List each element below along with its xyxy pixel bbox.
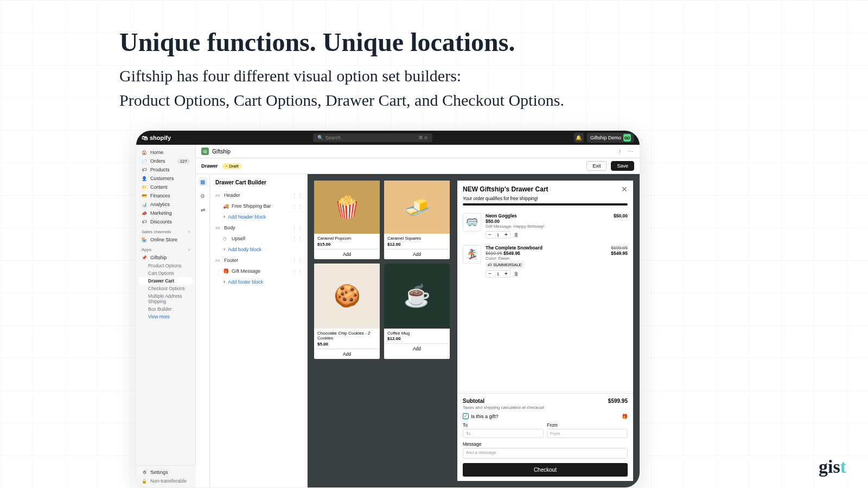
drag-handle-icon[interactable]: ⋮⋮	[292, 258, 303, 264]
section-label: Header	[224, 192, 240, 198]
message-input[interactable]: Add a message	[463, 448, 628, 459]
subtotal-value: $599.95	[608, 398, 628, 404]
more-button[interactable]: ⋯	[627, 147, 634, 155]
block-free-shipping-bar[interactable]: 🚚Free Shipping Bar⋮⋮	[210, 201, 307, 211]
store-name: Giftship Demo	[590, 135, 621, 140]
exit-button[interactable]: Exit	[586, 161, 607, 171]
non-transferable-badge: 🔒 Non-transferable	[136, 477, 196, 485]
product-card: 🧈 Caramel Squares$12.00 Add	[384, 181, 450, 259]
from-input[interactable]: From	[547, 429, 628, 438]
add-block-link[interactable]: +Add footer block	[210, 277, 307, 287]
add-block-link[interactable]: +Add body block	[210, 244, 307, 255]
shipping-progress-bar	[463, 203, 628, 206]
qty-decrease-button[interactable]: −	[486, 271, 494, 277]
notifications-button[interactable]: 🔔	[574, 133, 584, 143]
subnav-item-product-options[interactable]: Product Options	[136, 262, 195, 269]
search-shortcut: ⌘ K	[418, 135, 428, 140]
product-image: 🍿	[314, 181, 380, 234]
apps-header: Apps›	[136, 244, 195, 253]
nav-label: Orders	[150, 158, 165, 164]
subnav-item-multiple-address-shipping[interactable]: Multiple Address Shipping	[136, 292, 195, 305]
nav-label: Home	[150, 150, 163, 155]
shopify-logo[interactable]: 🛍 shopify	[142, 134, 171, 141]
nav-label: Finances	[150, 193, 170, 198]
sidebar-item-content[interactable]: 📁Content	[136, 183, 195, 191]
subnav-item-checkout-options[interactable]: Checkout Options	[136, 285, 195, 292]
sidebar-item-marketing[interactable]: 📣Marketing	[136, 209, 195, 217]
qty-decrease-button[interactable]: −	[486, 232, 494, 238]
remove-item-button[interactable]: 🗑	[514, 232, 519, 237]
nav-icon: 📄	[142, 158, 147, 164]
nav-icon: 📁	[142, 184, 147, 190]
sidebar-item-orders[interactable]: 📄Orders127	[136, 157, 195, 165]
chevron-right-icon[interactable]: ›	[188, 247, 190, 252]
sidebar-item-online-store[interactable]: 🏪 Online Store	[136, 235, 195, 244]
store-icon: 🏪	[142, 237, 147, 242]
pin-button[interactable]: ⁝	[616, 147, 623, 155]
drag-handle-icon[interactable]: ⋮⋮	[292, 268, 303, 274]
product-image: 🧈	[384, 181, 450, 234]
block-upsell[interactable]: ◇Upsell⋮⋮	[210, 233, 307, 244]
subnav-item-box-builder[interactable]: Box Builder	[136, 305, 195, 313]
message-label: Message	[463, 441, 628, 447]
topbar: 🛍 shopify 🔍 Search ⌘ K 🔔 Giftship Demo G…	[136, 131, 640, 145]
section-header[interactable]: ▭Header⋮⋮	[210, 190, 307, 201]
search-input[interactable]: 🔍 Search ⌘ K	[313, 133, 432, 142]
store-switcher[interactable]: Giftship Demo GD	[587, 133, 634, 143]
drag-handle-icon[interactable]: ⋮⋮	[292, 225, 303, 231]
quantity-stepper[interactable]: − 1 +	[486, 270, 510, 278]
product-image: ☕	[384, 264, 450, 329]
product-price: $15.00	[317, 242, 376, 247]
section-body[interactable]: ▭Body⋮⋮	[210, 222, 307, 233]
preview-canvas: 🍿 Caramel Popcorn$15.00 Add🧈 Caramel Squ…	[308, 174, 640, 487]
gift-label: Is this a gift?	[471, 414, 499, 419]
settings-tab[interactable]: ⚙	[199, 191, 207, 200]
save-button[interactable]: Save	[611, 161, 634, 171]
chevron-right-icon[interactable]: ›	[188, 229, 190, 234]
checkout-button[interactable]: Checkout	[463, 463, 628, 477]
nav-icon: 💳	[142, 193, 147, 198]
add-to-cart-button[interactable]: Add	[314, 349, 380, 359]
plus-icon: +	[223, 247, 226, 252]
add-to-cart-button[interactable]: Add	[384, 249, 450, 259]
sidebar-item-analytics[interactable]: 📊Analytics	[136, 200, 195, 209]
sidebar-item-home[interactable]: 🏠Home	[136, 148, 195, 157]
subnav-item-drawer-cart[interactable]: Drawer Cart	[138, 277, 193, 285]
app-name: Giftship	[212, 149, 231, 155]
nav-icon: 📣	[142, 210, 147, 216]
compare-price: $699.95	[486, 251, 502, 256]
block-gift-message[interactable]: 🎁Gift Message⋮⋮	[210, 266, 307, 277]
add-to-cart-button[interactable]: Add	[384, 343, 450, 354]
nav-label: Marketing	[150, 210, 172, 216]
cart-item-name: The Complete Snowboard	[486, 245, 607, 251]
product-name: Coffee Mug	[387, 331, 446, 336]
drag-handle-icon[interactable]: ⋮⋮	[292, 236, 303, 242]
tablet-frame: 🛍 shopify 🔍 Search ⌘ K 🔔 Giftship Demo G…	[136, 130, 640, 488]
sidebar-item-customers[interactable]: 👤Customers	[136, 174, 195, 183]
remove-item-button[interactable]: 🗑	[514, 271, 519, 277]
sidebar-item-finances[interactable]: 💳Finances	[136, 191, 195, 200]
drag-handle-icon[interactable]: ⋮⋮	[292, 203, 303, 209]
sidebar-item-giftship[interactable]: 📌 Giftship	[136, 253, 195, 262]
sections-tab[interactable]: ▦	[199, 177, 207, 186]
sidebar-item-settings[interactable]: ⚙ Settings	[136, 468, 196, 477]
quantity-stepper[interactable]: − 1 +	[486, 231, 510, 239]
block-icon: 🎁	[223, 268, 228, 274]
subnav-item-cart-options[interactable]: Cart Options	[136, 269, 195, 277]
qty-increase-button[interactable]: +	[502, 232, 510, 238]
to-input[interactable]: To	[463, 429, 544, 438]
qty-increase-button[interactable]: +	[502, 271, 510, 277]
line-compare-price: $699.95	[611, 245, 628, 251]
add-to-cart-button[interactable]: Add	[314, 249, 380, 259]
add-block-link[interactable]: +Add header block	[210, 211, 307, 222]
sidebar-item-discounts[interactable]: 🏷Discounts	[136, 217, 195, 226]
close-icon[interactable]: ✕	[621, 185, 628, 194]
sidebar-item-products[interactable]: 🏷Products	[136, 165, 195, 174]
gift-checkbox[interactable]: ✓ Is this a gift?	[463, 413, 499, 419]
bag-icon: 🛍	[142, 134, 148, 141]
gear-icon: ⚙	[142, 470, 147, 475]
drag-handle-icon[interactable]: ⋮⋮	[292, 192, 303, 198]
view-more-link[interactable]: View more	[136, 313, 195, 320]
section-footer[interactable]: ▭Footer⋮⋮	[210, 255, 307, 266]
code-tab[interactable]: ⇄	[199, 206, 207, 214]
